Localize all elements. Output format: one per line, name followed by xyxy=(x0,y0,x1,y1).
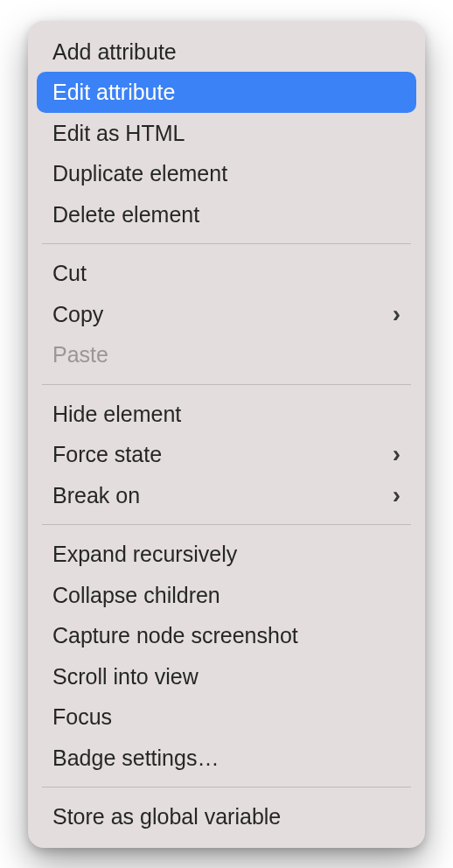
menu-item-expand-recursively[interactable]: Expand recursively xyxy=(28,534,425,575)
chevron-right-icon: › xyxy=(393,483,401,508)
menu-item-label: Edit attribute xyxy=(52,78,175,107)
menu-item-store-as-global-variable[interactable]: Store as global variable xyxy=(28,796,425,837)
menu-item-edit-as-html[interactable]: Edit as HTML xyxy=(28,113,425,154)
menu-item-scroll-into-view[interactable]: Scroll into view xyxy=(28,656,425,697)
menu-item-label: Edit as HTML xyxy=(52,119,185,148)
menu-divider xyxy=(42,243,411,244)
chevron-right-icon: › xyxy=(393,302,401,326)
menu-item-label: Expand recursively xyxy=(52,540,237,569)
menu-divider xyxy=(42,384,411,385)
menu-item-collapse-children[interactable]: Collapse children xyxy=(28,575,425,616)
menu-item-duplicate-element[interactable]: Duplicate element xyxy=(28,153,425,194)
menu-item-edit-attribute[interactable]: Edit attribute xyxy=(37,72,416,113)
menu-item-label: Collapse children xyxy=(52,581,220,610)
menu-item-focus[interactable]: Focus xyxy=(28,696,425,738)
menu-item-label: Delete element xyxy=(52,200,199,229)
menu-item-add-attribute[interactable]: Add attribute xyxy=(28,32,425,73)
menu-divider xyxy=(42,524,411,525)
menu-item-copy[interactable]: Copy › xyxy=(28,294,425,335)
menu-item-capture-node-screenshot[interactable]: Capture node screenshot xyxy=(28,615,425,656)
menu-item-label: Hide element xyxy=(52,400,181,429)
menu-item-cut[interactable]: Cut xyxy=(28,253,425,294)
menu-item-label: Duplicate element xyxy=(52,159,227,188)
context-menu: Add attribute Edit attribute Edit as HTM… xyxy=(28,21,425,848)
menu-item-label: Scroll into view xyxy=(52,662,199,691)
chevron-right-icon: › xyxy=(393,442,401,466)
menu-item-label: Cut xyxy=(52,259,87,288)
menu-item-label: Copy xyxy=(52,300,103,329)
menu-item-delete-element[interactable]: Delete element xyxy=(28,194,425,235)
menu-item-break-on[interactable]: Break on › xyxy=(28,475,425,516)
menu-divider xyxy=(42,787,411,788)
menu-item-label: Add attribute xyxy=(52,38,177,66)
menu-item-force-state[interactable]: Force state › xyxy=(28,434,425,475)
menu-item-label: Store as global variable xyxy=(52,802,281,831)
menu-item-paste: Paste xyxy=(28,334,425,375)
menu-item-label: Focus xyxy=(52,703,112,732)
menu-item-label: Badge settings… xyxy=(52,744,219,773)
menu-item-label: Break on xyxy=(52,481,140,510)
menu-item-label: Force state xyxy=(52,440,162,469)
menu-item-label: Capture node screenshot xyxy=(52,621,298,650)
menu-item-badge-settings[interactable]: Badge settings… xyxy=(28,738,425,779)
menu-item-hide-element[interactable]: Hide element xyxy=(28,394,425,435)
menu-item-label: Paste xyxy=(52,340,108,369)
